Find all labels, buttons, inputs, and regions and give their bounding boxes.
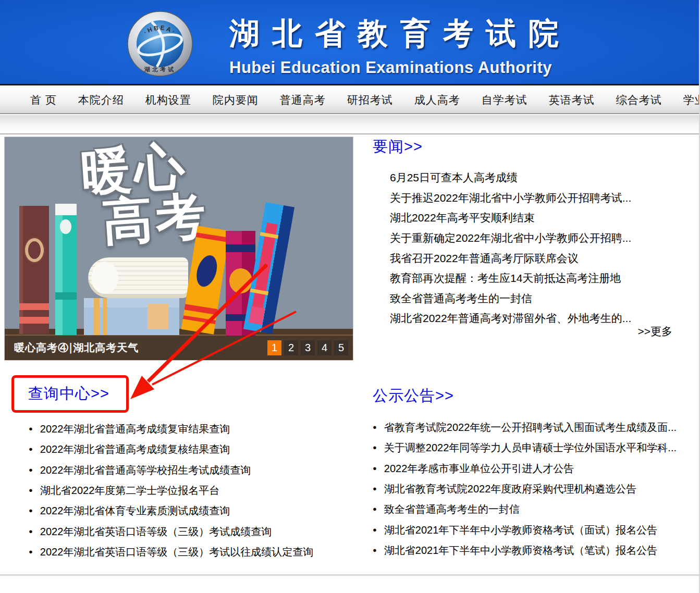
nav-item[interactable]: 自学考试 [482, 93, 527, 107]
main-nav: 首 页 本院介绍 机构设置 院内要闻 普通高考 研招考试 成人高考 自学考试 英… [0, 87, 700, 114]
news-item[interactable]: 致全省普通高考考生的一封信 [390, 289, 697, 309]
query-link-text[interactable]: 2022年湖北省普通高等学校招生考试成绩查询 [40, 463, 251, 477]
announcement-text[interactable]: 关于调整2022年同等学力人员申请硕士学位外国语水平和学科... [384, 441, 677, 455]
announcement-text[interactable]: 省教育考试院2022年统一公开招聘考试入围面试考生成绩及面... [384, 421, 677, 435]
news-section-title[interactable]: 要闻>> [373, 137, 423, 157]
news-item[interactable]: 我省召开2022年普通高考厅际联席会议 [390, 248, 697, 268]
announcements-list: ● 省教育考试院2022年统一公开招聘考试入围面试考生成绩及面... ● 关于调… [373, 417, 698, 561]
site-header: ·HBEA· 湖北考试 湖北省教育考试院 Hubei Education Exa… [0, 0, 700, 85]
carousel-caption-bar: 暖心高考④|湖北高考天气 1 2 3 4 5 [5, 336, 353, 360]
nav-item[interactable]: 首 页 [30, 93, 57, 107]
bottom-divider [0, 574, 700, 576]
query-link-text[interactable]: 2022年湖北省普通高考成绩复核结果查询 [40, 442, 230, 456]
announcement-item[interactable]: ● 省教育考试院2022年统一公开招聘考试入围面试考生成绩及面... [373, 417, 698, 438]
query-link-text[interactable]: 2022年湖北省体育专业素质测试成绩查询 [40, 504, 230, 518]
bullet-icon: ● [373, 546, 377, 554]
query-link-item[interactable]: ● 2022年湖北省英语口语等级（三级）考试以往成绩认定查询 [29, 542, 352, 562]
bullet-icon: ● [29, 445, 33, 453]
book-teal [55, 204, 77, 335]
page: ·HBEA· 湖北考试 湖北省教育考试院 Hubei Education Exa… [0, 0, 700, 593]
svg-text:湖北考试: 湖北考试 [144, 66, 176, 72]
news-item-text[interactable]: 6月25日可查本人高考成绩 [390, 170, 518, 185]
announcement-item[interactable]: ● 湖北省教育考试院2022年度政府采购代理机构遴选公告 [373, 479, 698, 499]
bullet-icon: ● [29, 548, 33, 555]
nav-item[interactable]: 英语考试 [549, 93, 595, 107]
announcement-item[interactable]: ● 湖北省2021年下半年中小学教师资格考试（面试）报名公告 [373, 520, 698, 540]
announcement-item[interactable]: ● 致全省普通高考考生的一封信 [373, 499, 698, 520]
site-title-en: Hubei Education Examinations Authority [229, 58, 594, 77]
news-item[interactable]: 教育部再次提醒：考生应14天前抵达高考注册地 [390, 268, 697, 289]
site-title-zh: 湖北省教育考试院 [229, 14, 594, 54]
pager-number[interactable]: 4 [317, 340, 331, 355]
news-item-text[interactable]: 致全省普通高考考生的一封信 [390, 291, 532, 306]
pager-number[interactable]: 5 [334, 340, 348, 355]
query-link-item[interactable]: ● 2022年湖北省普通高考成绩复审结果查询 [29, 419, 352, 439]
query-link-text[interactable]: 2022年湖北省英语口语等级（三级）考试以往成绩认定查询 [40, 545, 314, 559]
nav-item[interactable]: 普通高考 [280, 93, 326, 107]
announcements-section-title[interactable]: 公示公告>> [373, 386, 454, 406]
nav-sub-strip [0, 115, 700, 134]
query-center-highlight-box: 查询中心>> [11, 375, 129, 413]
pager-number[interactable]: 3 [301, 340, 315, 355]
banner-carousel[interactable]: 暖心 高考 暖心高考④|湖北高考天气 1 2 3 4 [4, 137, 353, 361]
nav-item[interactable]: 院内要闻 [213, 93, 259, 107]
nav-item[interactable]: 成人高考 [414, 93, 460, 107]
news-more-link[interactable]: >>更多 [573, 324, 672, 339]
pager-number[interactable]: 1 [267, 340, 281, 355]
news-item[interactable]: 6月25日可查本人高考成绩 [390, 168, 697, 188]
query-link-item[interactable]: ● 2022年湖北省普通高考成绩复核结果查询 [29, 439, 352, 460]
nav-item[interactable]: 机构设置 [145, 93, 191, 107]
globe-logo-icon: ·HBEA· 湖北考试 [127, 10, 193, 77]
bullet-icon: ● [373, 485, 377, 492]
news-item-text[interactable]: 我省召开2022年普通高考厅际联席会议 [390, 251, 579, 266]
news-item[interactable]: 关于推迟2022年湖北省中小学教师公开招聘考试... [390, 188, 697, 208]
carousel-caption: 暖心高考④|湖北高考天气 [14, 341, 139, 355]
query-center-title[interactable]: 查询中心>> [28, 384, 109, 404]
query-link-item[interactable]: ● 2022年湖北省英语口语等级（三级）考试成绩查询 [29, 521, 352, 541]
nav-item[interactable]: 综合考试 [616, 93, 662, 107]
news-item-text[interactable]: 关于推迟2022年湖北省中小学教师公开招聘考试... [390, 191, 631, 205]
query-link-text[interactable]: 湖北省2022年度第二学士学位报名平台 [40, 484, 220, 498]
bullet-icon: ● [29, 425, 33, 433]
announcement-text[interactable]: 湖北省2021年下半年中小学教师资格考试（面试）报名公告 [384, 523, 658, 537]
announcement-text[interactable]: 湖北省教育考试院2022年度政府采购代理机构遴选公告 [384, 482, 637, 496]
bullet-icon: ● [373, 443, 377, 451]
news-item-text[interactable]: 湖北2022年高考平安顺利结束 [390, 211, 535, 225]
query-center-list: ● 2022年湖北省普通高考成绩复审结果查询 ● 2022年湖北省普通高考成绩复… [29, 419, 352, 562]
book-blue-flat [84, 298, 179, 335]
announcement-item[interactable]: ● 湖北省2021年下半年中小学教师资格考试（笔试）报名公告 [373, 540, 698, 561]
announcement-item[interactable]: ● 2022年孝感市事业单位公开引进人才公告 [373, 459, 698, 479]
hbea-globe-logo[interactable]: ·HBEA· 湖北考试 [127, 10, 193, 77]
news-list: 6月25日可查本人高考成绩 关于推迟2022年湖北省中小学教师公开招聘考试...… [390, 168, 697, 329]
bullet-icon: ● [29, 506, 33, 514]
bullet-icon: ● [373, 505, 377, 513]
bullet-icon: ● [373, 526, 377, 534]
nav-item[interactable]: 研招考试 [347, 93, 393, 107]
news-item[interactable]: 湖北2022年高考平安顺利结束 [390, 208, 697, 228]
query-link-item[interactable]: ● 2022年湖北省体育专业素质测试成绩查询 [29, 501, 352, 521]
announcement-text[interactable]: 湖北省2021年下半年中小学教师资格考试（笔试）报名公告 [384, 543, 658, 558]
bullet-icon: ● [29, 486, 33, 494]
brand-block: 湖北省教育考试院 Hubei Education Examinations Au… [229, 14, 594, 77]
query-link-item[interactable]: ● 2022年湖北省普通高等学校招生考试成绩查询 [29, 460, 352, 480]
book-maroon [19, 206, 49, 334]
news-item-text[interactable]: 教育部再次提醒：考生应14天前抵达高考注册地 [390, 271, 621, 286]
nav-item[interactable]: 本院介绍 [78, 93, 124, 107]
bullet-icon: ● [29, 527, 33, 535]
query-link-text[interactable]: 2022年湖北省英语口语等级（三级）考试成绩查询 [40, 525, 272, 539]
nav-item[interactable]: 学业 [683, 93, 700, 107]
pager-number[interactable]: 2 [284, 340, 298, 355]
bullet-icon: ● [29, 466, 33, 474]
announcement-text[interactable]: 致全省普通高考考生的一封信 [384, 502, 520, 516]
news-item-text[interactable]: 关于重新确定2022年湖北省中小学教师公开招聘... [390, 231, 631, 245]
announcement-text[interactable]: 2022年孝感市事业单位公开引进人才公告 [384, 462, 574, 476]
bullet-icon: ● [373, 423, 377, 431]
news-item[interactable]: 关于重新确定2022年湖北省中小学教师公开招聘... [390, 228, 697, 249]
query-link-text[interactable]: 2022年湖北省普通高考成绩复审结果查询 [40, 422, 230, 436]
book-white-stack [88, 257, 188, 298]
bullet-icon: ● [373, 464, 377, 472]
carousel-pager: 1 2 3 4 5 [267, 340, 348, 355]
query-link-item[interactable]: ● 湖北省2022年度第二学士学位报名平台 [29, 480, 352, 501]
announcement-item[interactable]: ● 关于调整2022年同等学力人员申请硕士学位外国语水平和学科... [373, 438, 698, 458]
